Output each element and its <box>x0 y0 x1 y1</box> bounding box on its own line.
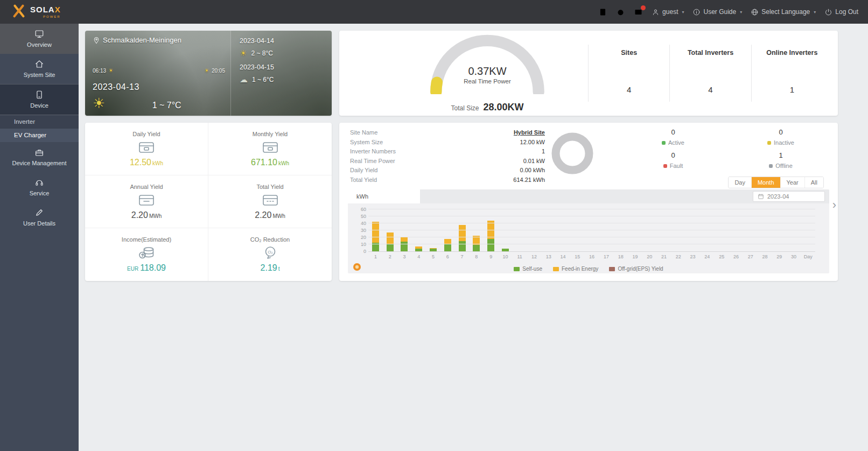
monitor-icon <box>34 29 44 39</box>
user-menu[interactable]: guest ▾ <box>652 8 684 16</box>
y-tick-label: 30 <box>351 228 366 233</box>
status-offline: 1Offline <box>727 151 835 169</box>
total-yield-icon <box>261 192 280 208</box>
x-tick-label: 13 <box>541 253 556 260</box>
yield-value: EUR118.09 <box>127 263 166 273</box>
gridline <box>368 230 815 230</box>
logout-button[interactable]: Log Out <box>824 8 858 16</box>
calendar-icon <box>758 193 764 200</box>
solax-logo: SOLAX POWER <box>0 4 61 20</box>
sidebar-item-system-site[interactable]: System Site <box>0 54 79 84</box>
topbar-menu: guest ▾ User Guide ▾ Select Language ▾ L… <box>598 0 858 24</box>
co-reduction-icon: O₂ <box>261 245 280 261</box>
logout-label: Log Out <box>835 8 858 16</box>
legend-item-self-use[interactable]: Self-use <box>514 266 542 272</box>
yield-label: Income(Estimated) <box>122 236 171 243</box>
period-all-button[interactable]: All <box>804 177 823 188</box>
brand-name: SOLA <box>30 5 55 14</box>
chevron-down-icon: ▾ <box>814 10 816 15</box>
realtime-power-label: Real Time Power <box>388 78 587 84</box>
legend-label: Off-grid(EPS) Yield <box>618 266 663 272</box>
sidebar: OverviewSystem SiteDeviceInverterEV Char… <box>0 24 79 451</box>
yield-cell-total-yield: Total Yield2.20MWh <box>208 175 332 228</box>
x-tick-label: 12 <box>527 253 542 260</box>
monthly-yield-icon <box>261 139 280 156</box>
brand-x: X <box>55 5 61 14</box>
weather-temp: 1 ~ 7°C <box>105 101 228 110</box>
yield-number: 12.50 <box>130 158 151 167</box>
x-tick-label: 9 <box>484 253 498 260</box>
x-tick-label: 29 <box>772 253 787 260</box>
power-icon <box>824 8 832 16</box>
sun-icon: ☀ <box>240 49 247 57</box>
legend-label: Self-use <box>522 266 542 272</box>
document-icon[interactable] <box>598 8 607 17</box>
x-tick-label: 15 <box>570 253 585 260</box>
period-month-button[interactable]: Month <box>751 177 780 188</box>
stat-label: Sites <box>621 49 637 57</box>
yield-value: 2.19t <box>261 263 280 273</box>
alarm-icon[interactable] <box>616 8 625 17</box>
device-icon <box>34 90 44 100</box>
stat-value: 1 <box>790 85 794 94</box>
sidebar-item-inverter[interactable]: Inverter <box>0 115 79 129</box>
forecast-date: 2023-04-14 <box>240 37 332 45</box>
date-picker-value: 2023-04 <box>767 193 789 200</box>
message-icon[interactable] <box>634 8 643 17</box>
sidebar-item-user-details[interactable]: User Details <box>0 202 79 232</box>
solax-x-icon <box>12 4 26 20</box>
status-dot-icon <box>663 164 667 168</box>
language-menu[interactable]: Select Language ▾ <box>751 8 816 16</box>
tab-kwh[interactable]: kWh <box>348 189 420 203</box>
x-tick-label: 4 <box>411 253 426 260</box>
date-picker[interactable]: 2023-04 <box>753 191 825 202</box>
site-info-label: Inverter Numbers <box>350 147 396 157</box>
stacked-bar <box>401 237 408 251</box>
chevron-down-icon: ▾ <box>682 10 684 15</box>
bar-segment-self-use <box>487 239 494 251</box>
site-name-link[interactable]: Hybrid Site <box>514 128 545 138</box>
legend-item-feed-in-energy[interactable]: Feed-in Energy <box>553 266 598 272</box>
sidebar-item-ev-charger[interactable]: EV Charger <box>0 129 79 142</box>
y-tick-label: 20 <box>351 235 366 240</box>
forecast-date: 2023-04-15 <box>240 64 332 71</box>
x-tick-label: 11 <box>513 253 527 260</box>
status-text: Inactive <box>774 139 794 146</box>
legend-label: Feed-in Energy <box>562 266 598 272</box>
site-info-label: Daily Yield <box>350 166 377 175</box>
stacked-bar <box>502 249 509 251</box>
site-info-value: 1 <box>542 147 545 157</box>
bar-segment-self-use <box>415 249 422 251</box>
x-tick-label: 17 <box>599 253 614 260</box>
stat-total-inverters: Total Inverters4 <box>669 45 751 102</box>
yield-cell-annual-yield: Annual Yield2.20MWh <box>85 175 208 228</box>
sidebar-item-device[interactable]: Device <box>0 84 79 115</box>
status-label: Active <box>619 139 727 146</box>
y-tick-label: 0 <box>351 249 366 254</box>
headset-icon <box>34 178 44 187</box>
period-year-button[interactable]: Year <box>780 177 804 188</box>
chart-marker-icon[interactable] <box>353 263 361 271</box>
yield-card: Daily Yield12.50kWhMonthly Yield671.10kW… <box>85 123 332 281</box>
yield-cell-income-estimated: Income(Estimated)EUR118.09 <box>85 228 208 281</box>
sidebar-item-service[interactable]: Service <box>0 172 79 202</box>
total-size-label: Total Size <box>451 104 479 112</box>
period-day-button[interactable]: Day <box>729 177 751 188</box>
site-info-label: Total Yield <box>350 175 377 185</box>
sidebar-item-device-management[interactable]: Device Management <box>0 142 79 172</box>
bar-segment-self-use <box>459 241 466 252</box>
stacked-bar <box>444 239 451 251</box>
user-guide-menu[interactable]: User Guide ▾ <box>692 8 742 16</box>
next-site-arrow-icon[interactable]: › <box>832 199 836 211</box>
weather-forecasts: 2023-04-14☀2 ~ 8°C2023-04-15☁1 ~ 6°C <box>230 31 332 116</box>
stat-label: Total Inverters <box>688 49 733 57</box>
site-info-label: Real Time Power <box>350 157 395 166</box>
legend-item-off-grid-eps-yield[interactable]: Off-grid(EPS) Yield <box>609 266 663 272</box>
income-estimated-icon <box>137 245 156 261</box>
forecast-row: ☁1 ~ 6°C <box>240 75 332 83</box>
status-active: 0Active <box>619 128 727 146</box>
status-text: Fault <box>670 163 683 169</box>
sidebar-item-overview[interactable]: Overview <box>0 24 79 54</box>
yield-number: 671.10 <box>251 158 277 167</box>
x-tick-label: 16 <box>585 253 599 260</box>
